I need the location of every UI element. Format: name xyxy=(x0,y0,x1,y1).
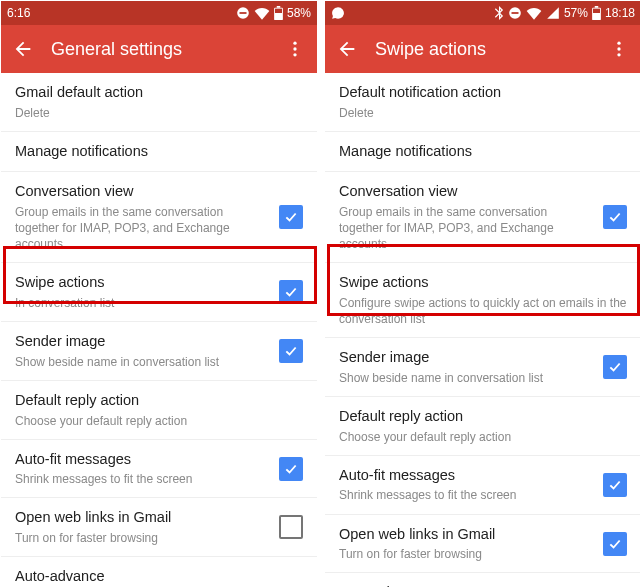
settings-row[interactable]: Auto-advanceShow conversation list after… xyxy=(325,573,640,587)
svg-rect-12 xyxy=(593,9,600,13)
app-bar-title: Swipe actions xyxy=(359,39,607,60)
status-battery: 58% xyxy=(287,6,311,20)
settings-row[interactable]: Open web links in GmailTurn on for faste… xyxy=(325,515,640,574)
settings-row[interactable]: Default reply actionChoose your default … xyxy=(325,397,640,456)
overflow-icon[interactable] xyxy=(283,37,307,61)
row-title: Conversation view xyxy=(15,182,269,202)
row-subtitle: Turn on for faster browsing xyxy=(15,530,269,546)
row-title: Open web links in Gmail xyxy=(15,508,269,528)
app-bar: General settings xyxy=(1,25,317,73)
signal-icon xyxy=(546,6,560,20)
settings-row[interactable]: Auto-fit messagesShrink messages to fit … xyxy=(1,440,317,499)
svg-point-5 xyxy=(293,42,296,45)
status-indicators: 57% 18:18 xyxy=(494,6,635,20)
svg-rect-11 xyxy=(595,6,599,8)
row-subtitle: Shrink messages to fit the screen xyxy=(15,471,269,487)
settings-row[interactable]: Default notification actionDelete xyxy=(325,73,640,132)
settings-row[interactable]: Conversation viewGroup emails in the sam… xyxy=(1,172,317,263)
svg-point-6 xyxy=(293,47,296,50)
settings-row[interactable]: Auto-advanceShow conversation list after… xyxy=(1,557,317,587)
dnd-icon xyxy=(508,6,522,20)
row-subtitle: Choose your default reply action xyxy=(339,429,627,445)
settings-row[interactable]: Auto-fit messagesShrink messages to fit … xyxy=(325,456,640,515)
battery-icon xyxy=(592,6,601,20)
row-title: Default notification action xyxy=(339,83,627,103)
row-title: Auto-fit messages xyxy=(339,466,593,486)
checkbox[interactable] xyxy=(279,280,303,304)
settings-row[interactable]: Conversation viewGroup emails in the sam… xyxy=(325,172,640,263)
row-texts: Open web links in GmailTurn on for faste… xyxy=(339,525,593,563)
row-texts: Default reply actionChoose your default … xyxy=(339,407,627,445)
checkbox[interactable] xyxy=(603,532,627,556)
row-subtitle: Group emails in the same conversation to… xyxy=(339,204,593,253)
row-texts: Open web links in GmailTurn on for faste… xyxy=(15,508,269,546)
row-title: Swipe actions xyxy=(339,273,627,293)
row-texts: Default notification actionDelete xyxy=(339,83,627,121)
row-title: Auto-fit messages xyxy=(15,450,269,470)
svg-point-14 xyxy=(617,47,620,50)
settings-row[interactable]: Swipe actionsIn conversation list xyxy=(1,263,317,322)
row-title: Auto-advance xyxy=(339,583,627,587)
settings-row[interactable]: Open web links in GmailTurn on for faste… xyxy=(1,498,317,557)
row-subtitle: Delete xyxy=(15,105,303,121)
status-bar: 6:16 58% xyxy=(1,1,317,25)
row-title: Default reply action xyxy=(339,407,627,427)
back-icon[interactable] xyxy=(11,37,35,61)
checkbox[interactable] xyxy=(279,205,303,229)
row-subtitle: Show beside name in conversation list xyxy=(15,354,269,370)
row-texts: Conversation viewGroup emails in the sam… xyxy=(339,182,593,252)
checkbox[interactable] xyxy=(603,205,627,229)
row-title: Sender image xyxy=(15,332,269,352)
row-subtitle: Show beside name in conversation list xyxy=(339,370,593,386)
overflow-icon[interactable] xyxy=(607,37,631,61)
phone-right: 57% 18:18 Swipe actions Default notifica… xyxy=(321,1,640,587)
bluetooth-icon xyxy=(494,6,504,20)
phone-left: 6:16 58% General settings Gmail defau xyxy=(1,1,321,587)
checkbox[interactable] xyxy=(279,457,303,481)
svg-point-13 xyxy=(617,42,620,45)
settings-row[interactable]: Sender imageShow beside name in conversa… xyxy=(325,338,640,397)
settings-row[interactable]: Manage notifications xyxy=(1,132,317,173)
settings-row[interactable]: Manage notifications xyxy=(325,132,640,173)
row-texts: Auto-fit messagesShrink messages to fit … xyxy=(339,466,593,504)
row-subtitle: Group emails in the same conversation to… xyxy=(15,204,269,253)
row-texts: Auto-fit messagesShrink messages to fit … xyxy=(15,450,269,488)
row-subtitle: In conversation list xyxy=(15,295,269,311)
wifi-icon xyxy=(526,6,542,20)
status-bar: 57% 18:18 xyxy=(325,1,640,25)
settings-row[interactable]: Gmail default actionDelete xyxy=(1,73,317,132)
row-texts: Manage notifications xyxy=(15,142,303,162)
row-title: Auto-advance xyxy=(15,567,303,587)
svg-rect-9 xyxy=(511,12,518,14)
svg-rect-1 xyxy=(239,12,246,14)
checkbox[interactable] xyxy=(603,473,627,497)
app-bar: Swipe actions xyxy=(325,25,640,73)
checkbox[interactable] xyxy=(279,515,303,539)
row-texts: Sender imageShow beside name in conversa… xyxy=(339,348,593,386)
row-texts: Swipe actionsIn conversation list xyxy=(15,273,269,311)
row-subtitle: Delete xyxy=(339,105,627,121)
row-texts: Manage notifications xyxy=(339,142,627,162)
status-time: 6:16 xyxy=(7,6,30,20)
row-subtitle: Choose your default reply action xyxy=(15,413,303,429)
checkbox[interactable] xyxy=(279,339,303,363)
svg-point-15 xyxy=(617,53,620,56)
row-texts: Conversation viewGroup emails in the sam… xyxy=(15,182,269,252)
row-title: Swipe actions xyxy=(15,273,269,293)
svg-rect-3 xyxy=(277,6,281,8)
battery-icon xyxy=(274,6,283,20)
checkbox[interactable] xyxy=(603,355,627,379)
settings-row[interactable]: Swipe actionsConfigure swipe actions to … xyxy=(325,263,640,338)
settings-row[interactable]: Sender imageShow beside name in conversa… xyxy=(1,322,317,381)
row-texts: Swipe actionsConfigure swipe actions to … xyxy=(339,273,627,327)
row-subtitle: Configure swipe actions to quickly act o… xyxy=(339,295,627,327)
row-title: Manage notifications xyxy=(339,142,627,162)
row-title: Open web links in Gmail xyxy=(339,525,593,545)
row-title: Gmail default action xyxy=(15,83,303,103)
row-texts: Sender imageShow beside name in conversa… xyxy=(15,332,269,370)
row-texts: Gmail default actionDelete xyxy=(15,83,303,121)
settings-list: Default notification actionDeleteManage … xyxy=(325,73,640,587)
row-title: Default reply action xyxy=(15,391,303,411)
back-icon[interactable] xyxy=(335,37,359,61)
settings-row[interactable]: Default reply actionChoose your default … xyxy=(1,381,317,440)
